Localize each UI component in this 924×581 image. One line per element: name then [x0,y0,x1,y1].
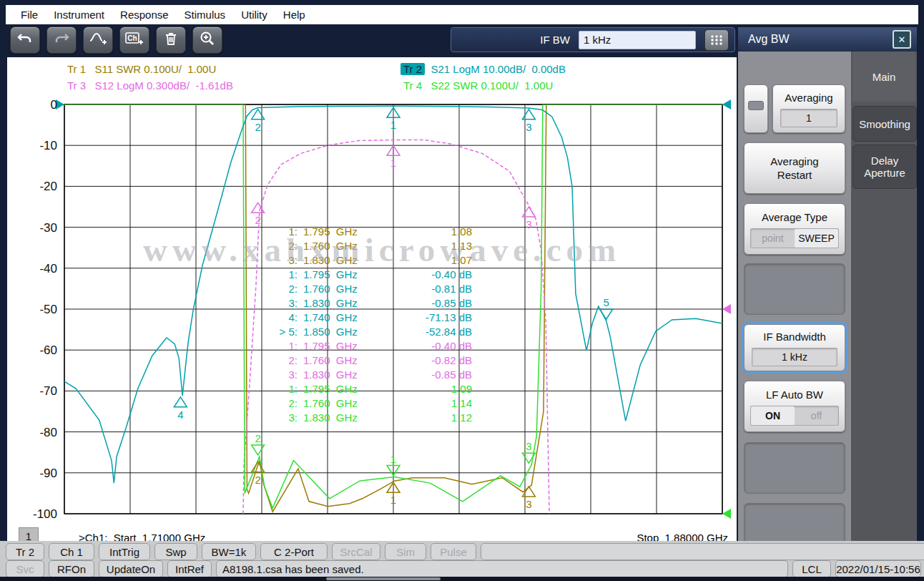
menu-stimulus[interactable]: Stimulus [177,6,234,23]
menu-response[interactable]: Response [112,6,177,23]
zoom-button[interactable] [192,26,222,54]
marker-number: 3 [526,440,531,452]
if-bandwidth-label: IF Bandwidth [763,330,826,343]
status-tr-2[interactable]: Tr 2 [6,543,44,560]
status-inttrig[interactable]: IntTrig [99,543,150,560]
redo-icon [54,31,69,49]
marker-tr1-3[interactable]: 3 [522,487,535,510]
trace-format-text: S21 LogM 10.00dB/ 0.00dB [425,63,566,75]
marker-value: -71.13 dB [358,311,472,323]
status-swp[interactable]: Swp [154,543,197,560]
marker-index: 3: [272,368,298,381]
status-intref[interactable]: IntRef [167,560,212,577]
marker-number: 3 [526,121,531,133]
average-type-option-point[interactable]: point [751,229,795,248]
y-axis-label: -70 [26,384,57,399]
close-icon[interactable]: ✕ [893,30,911,49]
marker-triangle-icon [252,202,265,213]
y-axis-label: -60 [26,343,57,358]
trace-id-chip: Tr 4 [400,79,425,92]
marker-readout-row: 1:1.795 GHz-0.40 dB [272,267,472,281]
marker-number: 3 [526,218,531,230]
marker-value: -0.82 dB [358,354,472,366]
tab-delay-aperture[interactable]: Delay Aperture [852,145,917,189]
marker-triangle-icon [174,397,187,407]
marker-readout-row: 2:1.760 GHz1.13 [272,238,472,253]
trace-format-text: S22 SWR 0.100U/ 1.00U [425,79,553,92]
menu-help[interactable]: Help [275,6,313,23]
status-spacer[interactable] [481,543,924,560]
marker-frequency: 1.830 GHz [303,254,358,266]
add-trace-button[interactable] [83,26,113,54]
lf-auto-bw-option-on[interactable]: ON [751,406,795,425]
marker-tr2-5[interactable]: 5 [600,296,613,319]
svg-text:Ch: Ch [127,34,137,42]
if-bw-input[interactable] [579,31,696,49]
averaging-restart-label: Averaging Restart [762,155,827,182]
marker-index: > 5: [272,326,298,338]
marker-frequency: 1.795 GHz [303,340,358,352]
trace-format-text: S11 SWR 0.100U/ 1.00U [89,63,216,75]
lf-auto-bw-button[interactable]: LF Auto BWONoff [744,381,845,432]
averaging-restart-button[interactable]: Averaging Restart [744,142,845,194]
tab-smoothing[interactable]: Smoothing [852,106,917,142]
marker-frequency: 1.740 GHz [303,311,358,323]
delete-button[interactable] [156,26,186,54]
trace-label-tr1[interactable]: Tr 1 S11 SWR 0.100U/ 1.00U [64,63,216,75]
ref-level-indicator-tr2-right [722,99,731,109]
menu-utility[interactable]: Utility [233,6,275,23]
menu-bar: FileInstrumentResponseStimulusUtilityHel… [6,5,918,24]
marker-value: 1.07 [358,254,472,266]
lf-auto-bw-option-off[interactable]: off [795,406,838,425]
marker-value: -0.40 dB [358,268,472,280]
status-c-2-port[interactable]: C 2-Port [260,543,328,560]
panel-buttons: Averaging1Averaging RestartAverage Typep… [738,52,851,545]
marker-frequency: 1.795 GHz [303,383,358,395]
averaging-toggle-button[interactable] [744,84,768,133]
marker-tr4-2[interactable]: 2 [252,432,265,455]
redo-button[interactable] [46,26,77,54]
if-bw-group: IF BW [451,27,735,52]
marker-number: 2 [255,432,260,444]
marker-tr3-2[interactable]: 2 [252,202,265,226]
if-bandwidth-button[interactable]: IF Bandwidth1 kHz [744,324,845,371]
y-axis-label: -40 [26,262,57,276]
status-sim[interactable]: Sim [385,543,426,560]
average-type-button[interactable]: Average TypepointSWEEP [744,203,845,255]
status-rfon[interactable]: RFOn [49,560,94,577]
status-lcl[interactable]: LCL [792,560,831,577]
marker-number: 3 [526,498,531,510]
add-channel-icon: Ch [125,31,144,49]
status-srccal[interactable]: SrcCal [332,543,380,560]
marker-number: 1 [390,494,396,506]
menu-file[interactable]: File [13,6,46,23]
toggle-slot-icon [748,101,764,110]
marker-tr2-4[interactable]: 4 [174,397,187,421]
status-ch-1[interactable]: Ch 1 [49,543,94,560]
status-updateon[interactable]: UpdateOn [99,560,163,577]
status-row-1: Tr 2Ch 1IntTrigSwpBW=1kC 2-PortSrcCalSim… [6,543,924,560]
undo-button[interactable] [10,26,40,54]
status-svc[interactable]: Svc [6,560,44,577]
marker-readout-row: 2:1.760 GHz1.14 [272,396,472,410]
status-pulse[interactable]: Pulse [431,543,476,560]
tab-main[interactable]: Main [852,52,915,102]
y-axis-label: -80 [26,426,57,440]
taskbar-thumb[interactable] [326,577,441,580]
trace-label-tr4[interactable]: Tr 4 S22 SWR 0.100U/ 1.00U [400,79,553,92]
trace-format-text: S12 LogM 0.300dB/ -1.61dB [89,79,233,92]
averaging-button[interactable]: Averaging1 [772,84,845,133]
marker-readout-row: 3:1.830 GHz-0.85 dB [272,367,472,381]
trace-label-tr2[interactable]: Tr 2 S21 LogM 10.00dB/ 0.00dB [400,63,566,75]
average-type-option-sweep[interactable]: SWEEP [795,229,838,248]
marker-tr2-3[interactable]: 3 [522,109,535,133]
add-channel-button[interactable]: Ch [119,26,149,54]
keypad-icon[interactable] [704,29,729,51]
status-bw-1k[interactable]: BW=1k [202,543,256,560]
marker-triangle-icon [522,207,535,217]
menu-instrument[interactable]: Instrument [46,6,112,23]
marker-tr2-2[interactable]: 2 [252,109,265,133]
marker-value: -0.85 dB [358,368,472,381]
analyzer-screen: 12345123123123 Tr 1 S11 SWR 0.100U/ 1.00… [7,57,737,542]
trace-label-tr3[interactable]: Tr 3 S12 LogM 0.300dB/ -1.61dB [64,79,233,92]
